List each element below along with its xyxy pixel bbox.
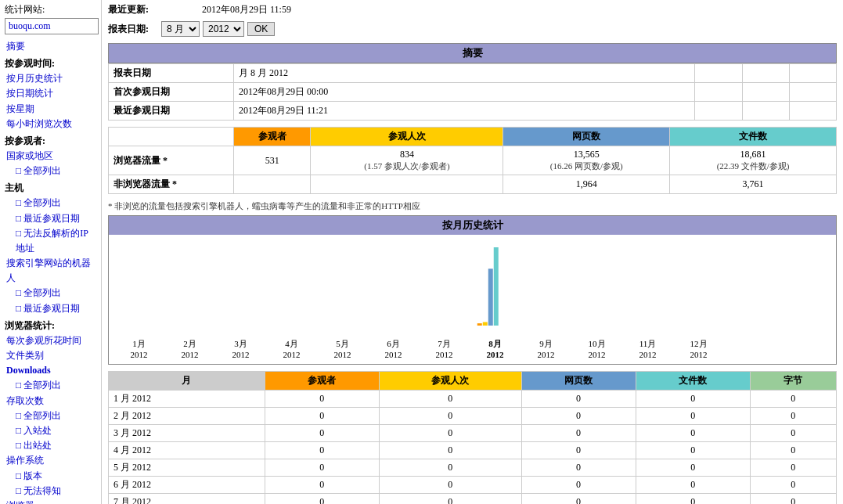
sidebar-link-country-all[interactable]: □ 全部列出	[16, 164, 96, 178]
table-row: 首次参观日期 2012年08月29日 00:00	[109, 83, 837, 102]
empty-header	[109, 128, 234, 146]
th-pages: 网页数	[503, 128, 670, 146]
th-fv: 文件数	[636, 372, 750, 391]
sidebar-link-exit[interactable]: □ 出站处	[16, 438, 96, 453]
table-row: 1 月 201200000	[109, 391, 837, 408]
svg-rect-0	[477, 323, 482, 326]
last-update-label: 最近更新:	[108, 3, 149, 16]
sidebar-section-time: 按参观时间:	[5, 57, 96, 70]
chart-month-label: 1月2012	[113, 338, 164, 359]
first-visit-value: 2012年08月29日 00:00	[234, 83, 695, 102]
sidebar-link-downloads[interactable]: Downloads	[6, 363, 96, 378]
chart-area: 1月20122月20123月20124月20125月20126月20127月20…	[109, 235, 836, 364]
browser-files-sub: (22.39 文件数/参观)	[717, 161, 790, 171]
chart-month-label: 5月2012	[317, 338, 368, 359]
stats-header-row: 参观者 参观人次 网页数 文件数	[109, 128, 837, 146]
th-mv: 参观者	[265, 372, 379, 391]
ok-button[interactable]: OK	[247, 22, 275, 36]
svg-rect-1	[483, 322, 488, 326]
nonbrowser-traffic-row: 非浏览器流量 * 1,964 3,761	[109, 175, 837, 194]
browser-pages-sub: (16.26 网页数/参观)	[550, 161, 623, 171]
summary-info-table: 报表日期 月 8 月 2012 首次参观日期 2012年08月29日 00:00…	[108, 63, 837, 121]
chart-month-label: 7月2012	[419, 338, 470, 359]
sidebar-link-file-type[interactable]: 文件类别	[6, 348, 96, 363]
sidebar-link-host-date[interactable]: □ 最近参观日期	[16, 211, 96, 226]
last-visit-label: 最近参观日期	[109, 102, 234, 121]
sidebar-section-browser: 浏览器统计:	[5, 319, 96, 333]
sidebar-link-robots-all[interactable]: □ 全部列出	[16, 286, 96, 301]
last-visit-value: 2012年08月29日 11:21	[234, 102, 695, 121]
chart-month-label: 6月2012	[368, 338, 419, 359]
sidebar-link-os-unknown[interactable]: □ 无法得知	[16, 484, 96, 499]
sidebar-link-downloads-all[interactable]: □ 全部列出	[16, 378, 96, 393]
table-row: 最近参观日期 2012年08月29日 11:21	[109, 102, 837, 121]
nonbrowser-visits	[311, 175, 503, 194]
chart-month-label: 12月2012	[673, 338, 724, 359]
chart-labels: 1月20122月20123月20124月20125月20126月20127月20…	[113, 338, 724, 359]
chart-title: 按月历史统计	[109, 216, 836, 235]
sidebar-link-daily[interactable]: 按日期统计	[6, 86, 96, 101]
browser-traffic-row: 浏览器流量 * 531 834 (1.57 参观人次/参观者) 13,565 (…	[109, 146, 837, 175]
sidebar-link-robots[interactable]: 搜索引擎网站的机器人	[6, 256, 96, 286]
monthly-header-row: 月 参观者 参观人次 网页数 文件数 字节	[109, 372, 837, 391]
sidebar-link-access-all[interactable]: □ 全部列出	[16, 409, 96, 423]
th-visitors: 参观者	[234, 128, 311, 146]
chart-month-label: 8月2012	[470, 338, 521, 359]
monthly-table: 月 参观者 参观人次 网页数 文件数 字节 1 月 2012000002 月 2…	[108, 371, 837, 504]
sidebar-link-os-version[interactable]: □ 版本	[16, 469, 96, 484]
browser-visitors: 531	[234, 146, 311, 175]
table-row: 6 月 201200000	[109, 477, 837, 494]
th-bytes: 字节	[750, 372, 836, 391]
first-visit-label: 首次参观日期	[109, 83, 234, 102]
th-files: 文件数	[670, 128, 837, 146]
th-vv: 参观人次	[379, 372, 521, 391]
bar-chart-svg	[113, 239, 724, 333]
th-visits: 参观人次	[311, 128, 503, 146]
svg-rect-2	[488, 268, 493, 326]
sidebar-link-unresolved-ip[interactable]: □ 无法反解析的IP地址	[16, 226, 96, 256]
sidebar-link-week[interactable]: 按星期	[6, 102, 96, 117]
browser-files: 18,681 (22.39 文件数/参观)	[670, 146, 837, 175]
report-date-value: 月 8 月 2012	[234, 64, 695, 83]
year-select[interactable]: 2012	[203, 21, 244, 37]
sidebar-link-browser[interactable]: 浏览器	[6, 499, 96, 504]
sidebar-link-monthly[interactable]: 按月历史统计	[6, 71, 96, 86]
browser-visits: 834 (1.57 参观人次/参观者)	[311, 146, 503, 175]
sidebar-link-time-spent[interactable]: 每次参观所花时间	[6, 333, 96, 348]
sidebar-link-access[interactable]: 存取次数	[6, 394, 96, 409]
browser-traffic-label: 浏览器流量 *	[109, 146, 234, 175]
nonbrowser-label: 非浏览器流量 *	[109, 175, 234, 194]
month-select[interactable]: 8 月	[161, 21, 200, 37]
report-date-label-cell: 报表日期	[109, 64, 234, 83]
browser-pages: 13,565 (16.26 网页数/参观)	[503, 146, 670, 175]
browser-visits-sub: (1.57 参观人次/参观者)	[364, 161, 449, 171]
svg-rect-3	[494, 247, 499, 326]
sidebar-link-hourly[interactable]: 每小时浏览次数	[6, 117, 96, 131]
table-row: 4 月 201200000	[109, 442, 837, 459]
table-row: 7 月 201200000	[109, 494, 837, 505]
nonbrowser-visitors	[234, 175, 311, 194]
sidebar-link-entry[interactable]: □ 入站处	[16, 423, 96, 438]
chart-month-label: 2月2012	[164, 338, 215, 359]
table-row: 2 月 201200000	[109, 408, 837, 425]
chart-month-label: 10月2012	[571, 338, 622, 359]
sidebar-link-summary[interactable]: 摘要	[6, 39, 96, 54]
th-pv: 网页数	[521, 372, 636, 391]
sidebar-link-os[interactable]: 操作系统	[6, 453, 96, 468]
last-update-value: 2012年08月29日 11:59	[202, 3, 291, 16]
chart-section: 按月历史统计 1月20122月20123月20124月20125月20126月2…	[108, 215, 837, 365]
stats-table: 参观者 参观人次 网页数 文件数 浏览器流量 * 531 834 (1.57 参…	[108, 127, 837, 194]
chart-month-label: 11月2012	[622, 338, 673, 359]
nonbrowser-files: 3,761	[670, 175, 837, 194]
report-date-label: 报表日期:	[108, 23, 149, 36]
chart-month-label: 4月2012	[266, 338, 317, 359]
sidebar-link-host-all[interactable]: □ 全部列出	[16, 196, 96, 211]
sidebar-link-robots-date[interactable]: □ 最近参观日期	[16, 301, 96, 316]
chart-month-label: 9月2012	[521, 338, 571, 359]
table-row: 5 月 201200000	[109, 459, 837, 477]
table-row: 3 月 201200000	[109, 425, 837, 442]
site-url: buoqu.com	[5, 18, 99, 34]
chart-month-label: 3月2012	[215, 338, 266, 359]
sidebar-link-country[interactable]: 国家或地区	[6, 149, 96, 164]
summary-note: * 非浏览的流量包括搜索引擎机器人，蠕虫病毒等产生的流量和非正常的HTTP相应	[108, 200, 837, 212]
